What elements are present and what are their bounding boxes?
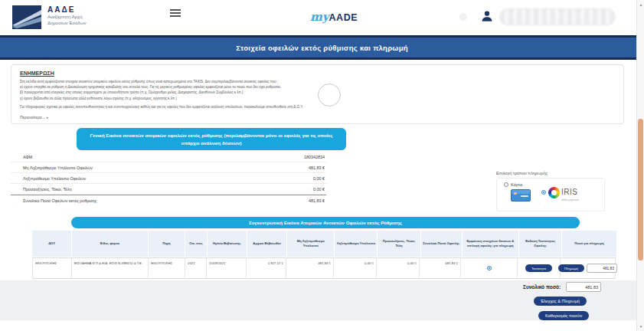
set-amounts-button[interactable]: Καθορισμός ποσών: [538, 311, 589, 320]
iris-logo-subtitle: online payments: [561, 198, 579, 202]
summary-row-non-overdue: Μη Ληξιπρόθεσμο Υπόλοιπο Οφειλών 481,83 …: [11, 162, 326, 173]
summary-label: Ληξιπρόθεσμο Υπόλοιπο Οφειλών: [23, 176, 86, 181]
col-year: Οικ. έτος: [185, 231, 207, 257]
scroll-up-arrow-icon[interactable]: ▲: [637, 2, 644, 7]
iris-radio[interactable]: [541, 190, 546, 195]
notification-icon[interactable]: [459, 13, 467, 21]
summary-rows: ΑΦΜ 180342834 Μη Ληξιπρόθεσμο Υπόλοιπο Ο…: [11, 152, 326, 205]
cell-debt-identity: Ταυτότητα: [518, 257, 561, 279]
read-more-link[interactable]: Περισσότερα... »: [20, 114, 615, 120]
card-option-label: Κάρτα: [511, 182, 522, 187]
aade-logo-icon: [12, 5, 41, 29]
payment-option-card[interactable]: Κάρτα: [504, 182, 531, 207]
summary-value: 0,00 €: [313, 176, 325, 181]
cell-total: 481,83 €: [420, 257, 461, 279]
summary-value: 481,83 €: [309, 166, 325, 170]
user-avatar-icon[interactable]: [480, 9, 494, 23]
myaade-logo: myAADE: [310, 10, 358, 24]
col-source: Πηγή: [149, 231, 185, 257]
cell-assessment-date: 15/09/2021: [207, 257, 247, 279]
info-heading: ΕΝΗΜΕΡΩΣΗ: [20, 70, 615, 76]
col-total: Συνολικό Ποσό Οφειλής: [421, 231, 462, 257]
col-show-installments: Εμφάνιση στοιχείων δόσεων & επιλογή οφει…: [463, 231, 518, 257]
cell-year: 2021: [185, 257, 207, 279]
debt-identity-button[interactable]: Ταυτότητα: [525, 264, 552, 272]
hamburger-menu-icon[interactable]: [170, 9, 181, 18]
summary-value: 180342834: [304, 155, 325, 159]
col-debt-identity: Έκδοση Ταυτότητας Οφειλής: [519, 231, 561, 257]
row-payment-button[interactable]: Πληρωμή: [558, 264, 584, 272]
summary-label: Συνολικό Ποσό Οφειλών εκτός ρύθμισης: [23, 198, 96, 203]
cell-surcharges: 0,00 €: [377, 257, 420, 279]
col-tax-type: Είδος φόρου: [72, 231, 148, 257]
summary-label: Προσαυξήσεις, Τόκοι, Τέλη: [23, 187, 71, 192]
cell-non-overdue: 481,83 €: [286, 257, 334, 279]
summary-value: 481,83 €: [309, 198, 325, 203]
page-title-banner: Στοιχεία οφειλών εκτός ρύθμισης και πληρ…: [0, 35, 644, 60]
brand-name: ΑΑΔΕ: [47, 5, 87, 14]
info-line-5: Για πληροφορίες σχετικά με οφειλές συνυπ…: [20, 104, 615, 110]
table-row: ΗΛΙΟΥΠΟΛΗΣ ΕΙΣΟΔΗΜΑ Φ.Π.& ΕΙΔ. ΕΙΣΦ.Ν.39…: [32, 257, 617, 279]
col-surcharges: Προσαυξήσεις, Τόκοι, Τέλη: [378, 231, 420, 257]
myaade-logo-aade: AADE: [329, 12, 358, 23]
col-initial-assessed: Αρχικό Βεβαιωθέν: [247, 231, 286, 257]
summary-value: 0,00 €: [313, 187, 325, 192]
myaade-logo-my: my: [310, 10, 329, 24]
check-and-pay-button[interactable]: Έλεγχος & Πληρωμή: [534, 297, 587, 306]
col-non-overdue: Μη Ληξιπρόθεσμο Υπόλοιπο: [287, 231, 334, 257]
iris-logo-text: IRIS: [561, 188, 577, 196]
info-line-1: Στη σελίδα αυτή εμφανίζονται στοιχεία αν…: [20, 79, 615, 84]
col-overdue: Ληξιπρόθεσμο Υπόλοιπο: [335, 231, 377, 257]
brand-subtitle-1: Ανεξάρτητη Αρχή: [47, 14, 87, 20]
cell-doy: ΗΛΙΟΥΠΟΛΗΣ: [32, 257, 72, 279]
summary-row-afm: ΑΦΜ 180342834: [11, 152, 326, 162]
summary-label: ΑΦΜ: [23, 155, 32, 159]
table-section-header: Συγκεντρωτική Εικόνα Ατομικών Ανοικτών Ο…: [71, 217, 580, 228]
page-title: Στοιχεία οφειλών εκτός ρύθμισης και πληρ…: [236, 44, 408, 52]
summary-row-overdue: Ληξιπρόθεσμο Υπόλοιπο Οφειλών 0,00 €: [11, 173, 326, 184]
myaade-debts-page: ΑΑΔΕ Ανεξάρτητη Αρχή Δημοσίων Εσόδων myA…: [0, 0, 644, 331]
scroll-down-arrow-icon[interactable]: ▼: [637, 324, 644, 329]
payment-method-label: Επιλογή τρόπου πληρωμής: [496, 171, 548, 175]
aade-brand-block: ΑΑΔΕ Ανεξάρτητη Αρχή Δημοσίων Εσόδων: [47, 5, 87, 26]
card-radio[interactable]: [504, 182, 508, 187]
cell-initial-assessed: 1.927,57 €: [247, 257, 286, 279]
total-amount-input[interactable]: [566, 282, 601, 292]
col-assessment-date: Ημ/νία Βεβαίωσης: [208, 231, 247, 257]
table-header-row: ΔΟΥ Είδος φόρου Πηγή Οικ. έτος Ημ/νία Βε…: [32, 231, 617, 257]
summary-row-total: Συνολικό Ποσό Οφειλών εκτός ρύθμισης 481…: [11, 195, 326, 205]
summary-section-header: Γενική Εικόνα ανοικτών ατομικών οφειλών …: [77, 128, 346, 150]
select-debt-radio[interactable]: [487, 266, 492, 270]
credit-card-icon: [511, 189, 531, 202]
page-scrollbar[interactable]: ▲ ▼: [636, 0, 644, 331]
cell-tax-type: ΕΙΣΟΔΗΜΑ Φ.Π.& ΕΙΔ. ΕΙΣΦ.Ν.3986/11 & Τ.Ε…: [72, 257, 149, 279]
col-payment-amount: Ποσό για πληρωμή: [562, 231, 616, 257]
row-payment-amount-input[interactable]: [587, 264, 617, 273]
iris-logo-icon: [548, 187, 560, 198]
summary-row-surcharges: Προσαυξήσεις, Τόκοι, Τέλη 0,00 €: [11, 184, 326, 195]
cell-overdue: 0,00 €: [334, 257, 377, 279]
summary-label: Μη Ληξιπρόθεσμο Υπόλοιπο Οφειλών: [23, 166, 93, 170]
info-notice-card: ΕΝΗΜΕΡΩΣΗ Στη σελίδα αυτή εμφανίζονται σ…: [11, 64, 624, 124]
scrollbar-thumb[interactable]: [638, 119, 643, 261]
cell-payment: Πληρωμή: [561, 257, 616, 279]
user-name-redacted[interactable]: [499, 8, 616, 25]
cell-source: ΗΛΙΟΥΠΟΛΗΣ: [149, 257, 185, 279]
decorative-circle: [318, 84, 341, 107]
col-doy: ΔΟΥ: [32, 231, 71, 257]
payment-method-box: Κάρτα IRIS online payments: [496, 178, 605, 211]
info-line-2: α) έχουν υπαχθεί σε ρύθμιση ή Διευκόλυνσ…: [20, 84, 615, 90]
top-header: ΑΑΔΕ Ανεξάρτητη Αρχή Δημοσίων Εσόδων myA…: [0, 0, 636, 35]
brand-subtitle-2: Δημοσίων Εσόδων: [47, 20, 87, 26]
payment-option-iris[interactable]: IRIS online payments: [541, 182, 579, 207]
cell-select-debt: [461, 257, 518, 279]
total-amount-label: Συνολικό ποσό:: [523, 284, 561, 290]
